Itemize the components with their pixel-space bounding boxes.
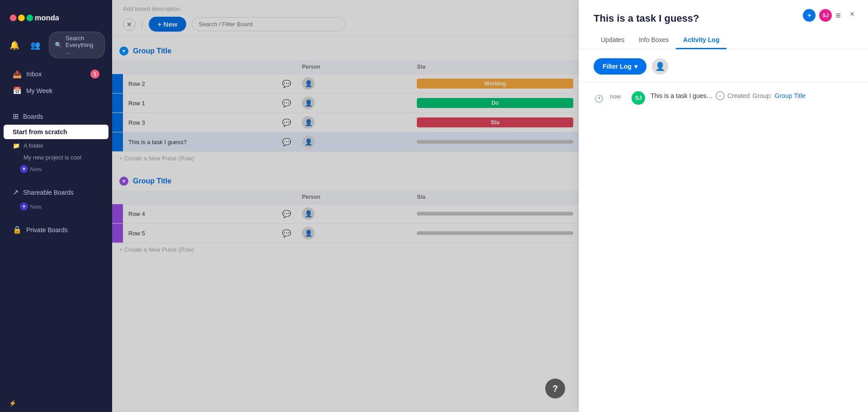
sidebar-bottom-bolt[interactable]: ⚡: [0, 394, 112, 412]
sidebar-shareable-section: ↗ Shareable Boards + New: [0, 179, 112, 217]
add-row-btn-2[interactable]: + Create a New Pulse (Row): [112, 243, 579, 256]
sidebar-item-my-week[interactable]: 📅 My Week: [4, 83, 108, 98]
filter-log-label: Filter Log: [603, 63, 632, 70]
log-group-link[interactable]: Group Title: [774, 92, 805, 99]
svg-point-2: [27, 14, 33, 21]
sidebar-item-inbox[interactable]: 📥 Inbox 1: [4, 66, 108, 82]
row-border: [112, 113, 123, 132]
sidebar-main-nav: 📥 Inbox 1 📅 My Week: [0, 61, 112, 103]
sidebar-new-btn-1[interactable]: + New: [0, 163, 112, 175]
table-row-highlighted[interactable]: This is a task I guess? 💬 👤: [112, 132, 579, 152]
project-label: My new project is cool: [24, 154, 81, 161]
row-5-label: Row 5: [123, 224, 277, 243]
add-subscriber-button[interactable]: +: [803, 9, 816, 22]
tab-info-boxes[interactable]: Info Boxes: [632, 32, 676, 49]
folder-label: A folder: [24, 142, 43, 149]
comment-icon[interactable]: 💬: [282, 210, 291, 218]
sidebar-item-boards[interactable]: ⊞ Boards: [4, 108, 108, 124]
board-toolbar: ✕ | + New: [123, 17, 568, 36]
panel-avatar-filter[interactable]: 👤: [652, 58, 668, 75]
avatar-icon: 👤: [655, 61, 665, 71]
filter-log-button[interactable]: Filter Log ▾: [594, 58, 646, 75]
col-person-2: Person: [297, 190, 411, 204]
row-4-label: Row 4: [123, 204, 277, 224]
group-1-header: ▼ Group Title: [112, 44, 579, 58]
panel-top-right-actions: + SJ ≡: [803, 9, 841, 22]
log-user-initials: SJ: [635, 95, 642, 101]
row-border: [112, 224, 123, 243]
boards-label: Boards: [23, 113, 43, 120]
lock-icon: 🔒: [13, 225, 22, 234]
sidebar-item-shareable[interactable]: ↗ Shareable Boards: [4, 184, 108, 200]
group-1-table: Person Sta Row 2 💬 👤 Working Row 1 💬 👤: [112, 60, 579, 152]
activity-log-entry: 🕐 now SJ This is a task I gues… + Create…: [594, 91, 854, 105]
comment-icon[interactable]: 💬: [282, 99, 291, 107]
status-badge: [417, 212, 573, 215]
panel-tabs: Updates Info Boxes Activity Log: [579, 24, 868, 49]
new-button[interactable]: + New: [149, 17, 187, 32]
sidebar-item-start-from-scratch[interactable]: Start from scratch: [4, 125, 108, 139]
folder-icon: 📁: [13, 142, 20, 149]
sidebar-new-btn-2[interactable]: + New: [0, 201, 112, 212]
start-from-scratch-label: Start from scratch: [13, 128, 67, 136]
share-icon: ↗: [13, 188, 19, 197]
table-row[interactable]: Row 1 💬 👤 Do: [112, 94, 579, 113]
panel-close-button[interactable]: ×: [845, 7, 859, 21]
sidebar-project-my-new[interactable]: My new project is cool: [4, 152, 108, 163]
panel-menu-icon[interactable]: ≡: [835, 10, 841, 21]
table-row[interactable]: Row 5 💬 👤: [112, 224, 579, 243]
board-header: Add board description ✕ | + New: [112, 0, 579, 37]
log-time: now: [610, 93, 626, 100]
svg-text:.com: .com: [51, 17, 59, 21]
add-row-btn-1[interactable]: + Create a New Pulse (Row): [112, 152, 579, 165]
status-badge: Stu: [417, 117, 573, 127]
sidebar-folder-a[interactable]: 📁 A folder: [4, 140, 108, 152]
comment-icon[interactable]: 💬: [282, 80, 291, 88]
search-filter-input[interactable]: [192, 17, 345, 31]
comment-icon[interactable]: 💬: [282, 229, 291, 237]
new-label-1: New: [30, 166, 42, 173]
sidebar-boards-section: ⊞ Boards Start from scratch 📁 A folder M…: [0, 103, 112, 179]
close-x-button[interactable]: ✕: [123, 18, 136, 31]
table-row[interactable]: Row 2 💬 👤 Working: [112, 74, 579, 94]
table-row[interactable]: Row 3 💬 👤 Stu: [112, 113, 579, 132]
group-1-toggle[interactable]: ▼: [119, 47, 128, 56]
main-content: Add board description ✕ | + New ▼ Group …: [112, 0, 579, 412]
search-placeholder: Search Everything ...: [66, 35, 99, 55]
chevron-down-icon: ▾: [634, 63, 637, 70]
board-description[interactable]: Add board description: [123, 5, 568, 12]
search-bar[interactable]: 🔍 Search Everything ...: [49, 32, 105, 58]
tab-activity-log[interactable]: Activity Log: [676, 32, 726, 49]
notifications-icon[interactable]: 🔔: [7, 38, 22, 52]
avatar: 👤: [302, 116, 315, 129]
sidebar-nav-top: 🔔 👥 🔍 Search Everything ...: [0, 29, 112, 61]
col-comment-1: [277, 60, 297, 74]
panel-toolbar: Filter Log ▾ 👤: [579, 49, 868, 82]
panel-body: 🕐 now SJ This is a task I gues… + Create…: [579, 82, 868, 123]
my-week-label: My Week: [26, 87, 52, 94]
avatar: 👤: [302, 136, 315, 148]
plus-circle-icon-2: +: [20, 202, 28, 211]
table-row[interactable]: Row 4 💬 👤: [112, 204, 579, 224]
tab-updates[interactable]: Updates: [594, 32, 632, 49]
help-button[interactable]: ?: [545, 379, 565, 398]
add-row-label-1: + Create a New Pulse (Row): [119, 155, 194, 162]
comment-icon[interactable]: 💬: [282, 138, 291, 146]
row-2-label: Row 2: [123, 74, 277, 94]
plus-icon: +: [807, 12, 811, 19]
user-initials: SJ: [823, 13, 829, 18]
right-panel: × + SJ ≡ This is a task I guess? Updates…: [579, 0, 868, 412]
row-border: [112, 204, 123, 224]
board-body: ▼ Group Title Person Sta Row 2 💬 👤: [112, 37, 579, 412]
comment-icon[interactable]: 💬: [282, 119, 291, 126]
group-1-title[interactable]: Group Title: [133, 47, 171, 55]
sidebar-item-private[interactable]: 🔒 Private Boards: [4, 222, 108, 238]
people-icon[interactable]: 👥: [28, 38, 42, 52]
sidebar-private-section: 🔒 Private Boards: [0, 217, 112, 243]
group-2-title[interactable]: Group Title: [133, 177, 171, 185]
plus-circle-icon: +: [20, 165, 28, 173]
group-2-toggle[interactable]: ▼: [119, 177, 128, 186]
time-icon: 🕐: [594, 93, 604, 104]
panel-user-avatar[interactable]: SJ: [819, 9, 832, 22]
col-border-2: [112, 190, 123, 204]
